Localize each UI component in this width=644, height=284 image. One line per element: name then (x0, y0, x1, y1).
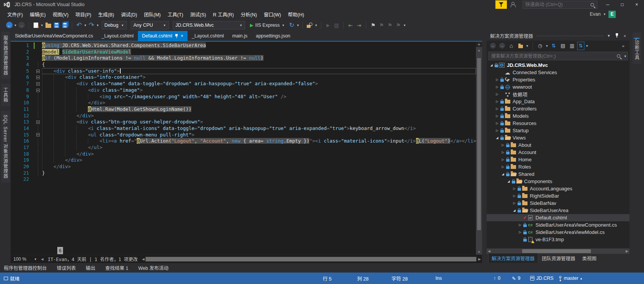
panel-tab[interactable]: 程序包管理器控制台 (4, 264, 47, 271)
fold-margin[interactable] (34, 62, 42, 68)
undo-dropdown-icon[interactable]: ▾ (84, 23, 86, 27)
tool-overflow-icon[interactable]: » (619, 42, 627, 50)
save-icon[interactable] (53, 21, 60, 29)
code-line[interactable]: 6 <div class="info-container"> (11, 74, 476, 81)
collapsed-arrow-icon[interactable]: ▷ (512, 194, 517, 198)
code-line[interactable]: 9 <img src="~/images/user.png" width="48… (11, 94, 476, 100)
code-text[interactable]: @if (Model.LoginInformations != null && … (42, 55, 476, 62)
fold-margin[interactable] (34, 144, 42, 151)
tree-item[interactable]: ▷Resources (487, 120, 629, 127)
code-text[interactable]: <div class="info-container"> (42, 74, 476, 81)
navigate-back-icon[interactable]: ← (5, 21, 13, 29)
bookmark-dropdown-icon[interactable]: ▾ (404, 23, 406, 27)
code-text[interactable]: </div> (42, 151, 476, 157)
minimize-button[interactable]: ─ (600, 0, 615, 9)
code-text[interactable]: </div> (42, 113, 476, 119)
code-line[interactable]: 13 <div class="btn-group user-helper-dro… (11, 119, 476, 125)
collapsed-arrow-icon[interactable]: ▷ (500, 165, 505, 169)
collapse-all-icon[interactable]: ▤ (559, 42, 567, 50)
code-text[interactable]: @Html.Raw(Model.GetShownLoginName()) (42, 106, 476, 113)
selection-tool-icon[interactable]: ► (324, 21, 332, 29)
fold-margin[interactable] (34, 94, 42, 100)
tree-item[interactable]: ve-B1F3.tmp (487, 236, 629, 243)
fold-margin[interactable] (34, 100, 42, 106)
document-tab[interactable]: main.js (228, 31, 252, 41)
code-text[interactable]: { (42, 62, 476, 68)
branch-indicator[interactable]: master ▴ (558, 273, 582, 284)
tree-item[interactable]: ◢Components (487, 178, 629, 185)
search-options-icon[interactable]: ▾ (624, 54, 626, 58)
code-line[interactable]: 17 </ul> (11, 144, 476, 151)
panel-tab[interactable]: 错误列表 (57, 264, 76, 271)
collapsed-arrow-icon[interactable]: ▷ (495, 93, 500, 96)
panel-tab[interactable]: Web 发布活动 (138, 264, 168, 271)
document-tab[interactable]: _Layout.cshtml (97, 31, 138, 41)
filter-dropdown-icon[interactable]: ▾ (546, 44, 548, 48)
expanded-arrow-icon[interactable]: ◢ (500, 172, 505, 176)
new-file-icon[interactable] (32, 21, 40, 29)
menu-item[interactable]: 团队(M) (141, 10, 164, 19)
fold-margin[interactable] (34, 113, 42, 119)
menu-item[interactable]: 工具(T) (164, 10, 187, 19)
scroll-left-icon[interactable]: ◀ (487, 249, 492, 253)
fold-collapse-icon[interactable] (36, 89, 40, 92)
document-tab[interactable]: appsettings.json (252, 31, 294, 41)
tree-item[interactable]: ◢Shared (487, 170, 629, 178)
back-icon[interactable]: ← (489, 42, 497, 50)
scroll-right-icon[interactable]: ▶ (625, 249, 629, 253)
collapsed-arrow-icon[interactable]: ▷ (512, 201, 517, 205)
forward-icon[interactable]: → (498, 42, 506, 50)
collapsed-arrow-icon[interactable]: ▷ (500, 143, 505, 147)
close-button[interactable]: × (629, 0, 644, 9)
clear-bookmarks-icon[interactable]: ⚑ (395, 21, 402, 29)
code-line[interactable]: 7 <div class="name" data-toggle="dropdow… (11, 81, 476, 87)
tree-item[interactable]: ▷Home (487, 156, 629, 163)
refresh-dropdown-icon[interactable]: ▾ (297, 23, 299, 27)
fold-margin[interactable] (34, 68, 42, 75)
background-tasks-icon[interactable] (4, 277, 8, 280)
panel-tab[interactable]: 输出 (86, 264, 95, 271)
side-tool-tab[interactable]: 工具箱 (1, 84, 10, 106)
code-line[interactable]: 4{ (11, 62, 476, 68)
menu-item[interactable]: 调试(D) (118, 10, 141, 19)
solution-platform-select[interactable]: Any CPU▾ (131, 21, 169, 29)
solution-explorer-title-bar[interactable]: 解决方案资源管理器 ▾ × (487, 31, 629, 41)
fold-collapse-icon[interactable] (36, 76, 40, 79)
code-line[interactable]: 1@using JD.CRS.Web.Views.Shared.Componen… (11, 42, 476, 49)
editor-vertical-scrollbar[interactable]: ÷ ▲ ▼ (476, 42, 482, 255)
uncommitted-changes[interactable]: ✎ 9 (512, 273, 520, 284)
fold-margin[interactable] (34, 157, 42, 164)
tree-item[interactable]: ▷Roles (487, 163, 629, 170)
code-line[interactable]: 10 </div> (11, 100, 476, 106)
expanded-arrow-icon[interactable]: ◢ (506, 180, 511, 183)
startup-project-select[interactable]: JD.CRS.Web.Mvc▾ (173, 21, 245, 29)
collapsed-arrow-icon[interactable]: ▷ (495, 100, 500, 103)
code-line[interactable]: 8 <div class="image"> (11, 87, 476, 94)
menu-item[interactable]: 生成(B) (95, 10, 118, 19)
refresh-icon[interactable]: ↻ (288, 21, 296, 29)
document-tab[interactable]: _Layout.cshtml (188, 31, 228, 41)
collapsed-arrow-icon[interactable]: ▷ (518, 230, 523, 234)
code-line[interactable]: 20 </div> (11, 164, 476, 170)
panel-tab[interactable]: 查找结果 1 (105, 264, 128, 271)
code-line[interactable]: 21} (11, 170, 476, 177)
collapsed-arrow-icon[interactable]: ▷ (500, 158, 505, 161)
fold-margin[interactable] (34, 164, 42, 170)
code-line[interactable]: 18 </div> (11, 151, 476, 157)
collapsed-arrow-icon[interactable]: ▷ (495, 129, 500, 132)
side-tool-tab[interactable]: 服务器资源管理器 (1, 32, 10, 79)
pending-changes-filter-icon[interactable]: ◷ (536, 42, 544, 50)
close-panel-icon[interactable]: × (623, 34, 627, 38)
notifications-filter-icon[interactable] (495, 0, 507, 9)
close-tab-icon[interactable]: × (181, 33, 183, 39)
run-target-dropdown-icon[interactable]: ▾ (282, 23, 284, 27)
scrollbar-thumb[interactable] (477, 58, 481, 230)
scroll-right-icon[interactable]: ▶ (477, 257, 482, 261)
pin-icon[interactable] (175, 34, 178, 38)
document-tab[interactable]: SideBarUserAreaViewComponent.cs (11, 31, 97, 41)
expanded-arrow-icon[interactable]: ◢ (512, 209, 517, 212)
tree-item[interactable]: ▷C#SideBarUserAreaViewComponent.cs (487, 221, 629, 229)
code-line[interactable]: 15 <ul class="dropdown-menu pull-right"> (11, 132, 476, 138)
code-line[interactable]: 22 (11, 176, 476, 183)
codelens-source-control-info[interactable]: IT-Evan，4 天前 | 1 名作者，1 项更改 (45, 256, 141, 262)
